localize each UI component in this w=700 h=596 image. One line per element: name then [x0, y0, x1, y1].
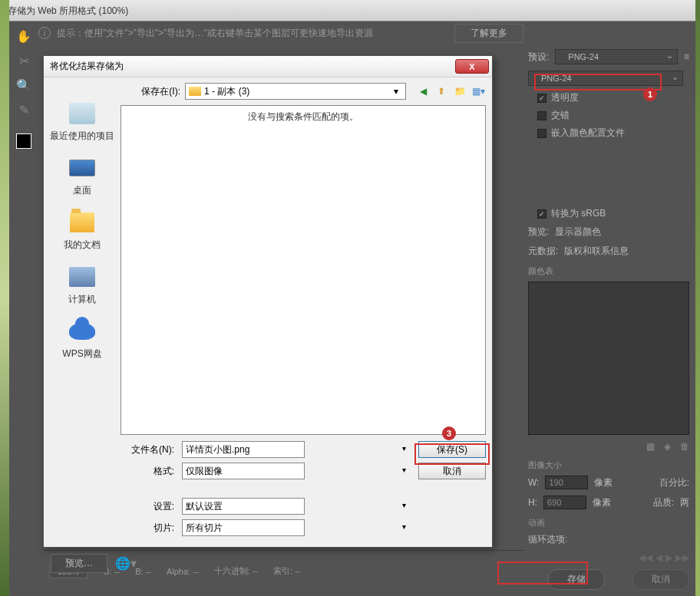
folder-icon — [70, 212, 94, 232]
percent-label: 百分比: — [659, 476, 689, 489]
file-list[interactable]: 没有与搜索条件匹配的项。 — [121, 105, 486, 435]
zoom-tool-icon[interactable]: 🔍 — [15, 77, 32, 94]
color-swatch[interactable] — [16, 133, 31, 149]
convert-srgb-check[interactable]: ✓ 转换为 sRGB — [522, 205, 695, 222]
sidebar-item-wps[interactable]: WPS网盘 — [62, 318, 101, 361]
filename-input[interactable] — [182, 441, 305, 458]
transparency-check[interactable]: ✓ 透明度 — [522, 89, 695, 107]
eyedropper-tool-icon[interactable]: ✎ — [15, 101, 32, 118]
sidebar-label: 桌面 — [73, 184, 91, 197]
format-select[interactable] — [182, 463, 305, 479]
sidebar-label: 计算机 — [68, 293, 96, 306]
checkbox-icon: ✓ — [537, 94, 546, 103]
checkbox-icon — [537, 129, 546, 138]
new-folder-icon[interactable]: 📁 — [452, 84, 467, 99]
width-input[interactable] — [545, 476, 588, 489]
interlaced-label: 交错 — [551, 109, 570, 122]
prev-frame-icon[interactable]: ◀◀ — [639, 552, 652, 563]
location-label: 保存在(I): — [127, 85, 180, 98]
color-trash-icon[interactable]: 🗑 — [680, 441, 689, 452]
animation-label: 动画 — [522, 512, 695, 530]
sidebar-item-recent[interactable]: 最近使用的项目 — [50, 100, 114, 143]
right-panel: 预设: PNG-24 ≡ PNG-24 ✓ 透明度 交错 嵌入颜色配置文件 ✓ … — [522, 46, 695, 596]
location-bar: 保存在(I): 1 - 副本 (3) ▾ ◀ ⬆ 📁 ▦▾ — [121, 77, 492, 105]
location-value: 1 - 副本 (3) — [204, 85, 249, 98]
preset-label: 预设: — [528, 51, 549, 64]
px-label: 像素 — [594, 476, 612, 489]
format-select-right[interactable]: PNG-24 — [528, 71, 683, 86]
preset-select[interactable]: PNG-24 — [555, 49, 678, 64]
embed-profile-label: 嵌入颜色配置文件 — [551, 127, 625, 140]
empty-message: 没有与搜索条件匹配的项。 — [248, 110, 358, 123]
cancel-main-button[interactable]: 取消 — [632, 569, 689, 590]
hint-text: 提示：使用"文件">"导出">"导出为…"或右键单击某个图层可更快速地导出资源 — [57, 27, 373, 40]
height-input[interactable] — [543, 496, 586, 509]
store-button[interactable]: 存储 — [548, 569, 605, 590]
checkbox-icon: ✓ — [537, 209, 546, 219]
slices-select[interactable] — [182, 519, 305, 536]
preset-menu-icon[interactable]: ≡ — [684, 51, 689, 62]
hand-tool-icon[interactable]: ✋ — [15, 28, 32, 44]
loop-label: 循环选项: — [528, 533, 567, 546]
metadata-value: 版权和联系信息 — [564, 245, 629, 258]
index-label: 索引: — [273, 566, 292, 575]
quality-value: 两 — [680, 496, 689, 509]
location-select[interactable]: 1 - 副本 (3) ▾ — [185, 83, 406, 100]
next-icon[interactable]: ▶ — [665, 552, 672, 563]
sidebar-item-documents[interactable]: 我的文档 — [64, 209, 101, 252]
next-frame-icon[interactable]: ▶▶ — [675, 552, 689, 563]
width-label: W: — [528, 477, 539, 488]
settings-select[interactable] — [182, 498, 305, 515]
dialog-title: 将优化结果存储为 — [50, 60, 124, 73]
annotation-badge-1: 1 — [643, 87, 657, 101]
embed-profile-check[interactable]: 嵌入颜色配置文件 — [522, 124, 695, 142]
color-table-label: 颜色表 — [522, 261, 695, 278]
color-grid-icon[interactable]: ▦ — [646, 441, 655, 452]
recent-icon — [69, 103, 95, 124]
color-table-panel — [528, 282, 689, 435]
image-size-label: 图像大小 — [522, 455, 695, 473]
sidebar-label: 我的文档 — [64, 239, 101, 252]
color-cube-icon[interactable]: ◈ — [664, 441, 671, 452]
window-title: 存储为 Web 所用格式 (100%) — [8, 5, 128, 16]
preview-value: 显示器颜色 — [555, 226, 601, 239]
hint-bar: i 提示：使用"文件">"导出">"导出为…"或右键单击某个图层可更快速地导出资… — [38, 21, 523, 44]
sidebar-item-computer[interactable]: 计算机 — [68, 264, 97, 306]
save-button[interactable]: 保存(S) — [418, 441, 486, 458]
prev-icon[interactable]: ◀ — [655, 552, 662, 563]
hex-label: 十六进制: — [214, 566, 250, 575]
sidebar-label: 最近使用的项目 — [50, 130, 114, 143]
transparency-label: 透明度 — [551, 91, 579, 104]
back-icon[interactable]: ◀ — [415, 84, 431, 99]
sidebar-label: WPS网盘 — [62, 347, 101, 361]
preview-button[interactable]: 预览… — [51, 554, 107, 573]
info-icon: i — [38, 27, 51, 39]
sidebar-item-desktop[interactable]: 桌面 — [68, 155, 97, 197]
learn-more-link[interactable]: 了解更多 — [454, 24, 523, 43]
filename-label: 文件名(N): — [121, 443, 174, 456]
view-menu-icon[interactable]: ▦▾ — [471, 84, 486, 99]
alpha-label: Alpha: — [167, 567, 190, 576]
preview-label: 预览: — [528, 226, 549, 239]
save-dialog: 将优化结果存储为 X 最近使用的项目 桌面 我的文档 计算机 WPS网盘 — [43, 55, 493, 548]
left-toolbar: ✋ ✂ 🔍 ✎ — [9, 21, 38, 149]
annotation-badge-3: 3 — [442, 426, 456, 440]
format-label: 格式: — [121, 465, 174, 478]
desktop-icon — [69, 160, 95, 176]
folder-small-icon — [189, 87, 201, 96]
settings-label: 设置: — [121, 500, 174, 513]
browser-icon[interactable]: 🌐▾ — [115, 556, 137, 571]
computer-icon — [69, 267, 95, 287]
places-sidebar: 最近使用的项目 桌面 我的文档 计算机 WPS网盘 — [44, 77, 121, 547]
quality-label: 品质: — [653, 496, 674, 509]
interlaced-check[interactable]: 交错 — [522, 107, 695, 124]
window-titlebar: 存储为 Web 所用格式 (100%) — [0, 0, 700, 21]
height-label: H: — [528, 497, 537, 508]
close-button[interactable]: X — [455, 59, 489, 74]
cloud-icon — [69, 323, 95, 340]
cancel-button[interactable]: 取消 — [418, 463, 486, 479]
up-icon[interactable]: ⬆ — [434, 84, 449, 99]
slice-tool-icon[interactable]: ✂ — [15, 52, 32, 69]
metadata-label: 元数据: — [528, 245, 558, 258]
dialog-titlebar: 将优化结果存储为 X — [44, 56, 492, 77]
